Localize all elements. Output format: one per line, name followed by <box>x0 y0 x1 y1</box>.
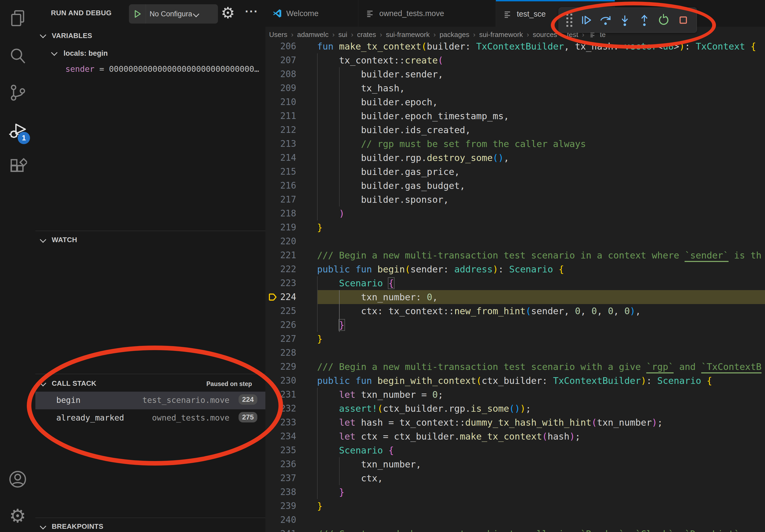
line-number-219[interactable]: 219 <box>265 220 296 234</box>
activity-item-settings[interactable]: ⚙ <box>0 501 35 531</box>
variables-chevron-icon[interactable] <box>41 33 45 38</box>
watch-chevron-icon[interactable] <box>41 237 45 243</box>
activity-item-explorer[interactable] <box>0 4 35 33</box>
code-line-223[interactable]: Scenario { <box>295 276 394 290</box>
launch-configuration-dropdown[interactable]: No Configura <box>129 4 218 24</box>
code-line-227[interactable]: } <box>295 332 323 346</box>
code-line-224[interactable]: txn_number: 0, <box>295 290 438 304</box>
code-line-236[interactable]: txn_number, <box>295 457 421 471</box>
line-number-237[interactable]: 237 <box>265 471 296 485</box>
line-number-234[interactable]: 234 <box>265 429 296 443</box>
code-line-234[interactable]: let ctx = ctx_builder.make_tx_context(ha… <box>295 429 581 443</box>
breakpoints-header[interactable]: BREAKPOINTS <box>52 522 104 531</box>
code-line-211[interactable]: builder.epoch_timestamp_ms, <box>295 109 509 123</box>
code-line-210[interactable]: builder.epoch, <box>295 95 438 109</box>
line-number-230[interactable]: 230 <box>265 374 296 388</box>
breadcrumb-item[interactable]: sui-framework <box>386 31 430 39</box>
line-number-218[interactable]: 218 <box>265 206 296 220</box>
line-number-235[interactable]: 235 <box>265 443 296 457</box>
call-stack-chevron-icon[interactable] <box>41 381 45 387</box>
call-stack-frame-begin[interactable]: begintest_scenario.move224 <box>35 392 265 409</box>
code-line-222[interactable]: public fun begin(sender: address): Scena… <box>295 262 564 276</box>
line-number-228[interactable]: 228 <box>265 346 296 360</box>
watch-header[interactable]: WATCH <box>52 236 77 244</box>
code-line-214[interactable]: builder.rgp.destroy_some(), <box>295 151 509 165</box>
line-number-238[interactable]: 238 <box>265 485 296 499</box>
variables-header[interactable]: VARIABLES <box>52 32 92 40</box>
code-line-241[interactable]: /// Creates and shares system objects, a… <box>295 527 740 532</box>
code-line-218[interactable]: ) <box>295 206 345 220</box>
call-stack-header[interactable]: CALL STACK <box>52 379 97 388</box>
line-number-215[interactable]: 215 <box>265 165 296 179</box>
line-number-226[interactable]: 226 <box>265 318 296 332</box>
line-number-239[interactable]: 239 <box>265 499 296 513</box>
line-number-220[interactable]: 220 <box>265 234 296 248</box>
variables-scope[interactable]: locals: begin <box>64 49 108 58</box>
more-actions-icon[interactable]: ··· <box>245 5 259 18</box>
code-line-207[interactable]: tx_context::create( <box>295 53 443 67</box>
code-line-212[interactable]: builder.ids_created, <box>295 123 471 137</box>
code-line-229[interactable]: /// Begin a new multi-transaction test s… <box>295 360 762 374</box>
code-line-219[interactable]: } <box>295 220 323 234</box>
line-number-213[interactable]: 213 <box>265 137 296 151</box>
code-line-235[interactable]: Scenario { <box>295 443 394 457</box>
activity-item-search[interactable] <box>0 41 35 71</box>
code-line-213[interactable]: // rgp must be set from the caller alway… <box>295 137 586 151</box>
line-number-229[interactable]: 229 <box>265 360 296 374</box>
line-number-233[interactable]: 233 <box>265 415 296 429</box>
line-number-209[interactable]: 209 <box>265 81 296 95</box>
line-number-221[interactable]: 221 <box>265 248 296 262</box>
breadcrumb-item[interactable]: Users <box>269 31 287 39</box>
line-number-212[interactable]: 212 <box>265 123 296 137</box>
activity-item-account[interactable] <box>0 464 35 494</box>
locals-chevron-icon[interactable] <box>52 50 57 56</box>
code-line-230[interactable]: public fun begin_with_context(ctx_builde… <box>295 374 712 388</box>
line-number-207[interactable]: 207 <box>265 53 296 67</box>
code-line-237[interactable]: ctx, <box>295 471 383 485</box>
activity-item-run-and-debug[interactable] <box>0 116 35 145</box>
code-line-233[interactable]: let hash = tx_context::dummy_tx_hash_wit… <box>295 415 663 429</box>
breadcrumb-item[interactable]: sui <box>338 31 347 39</box>
call-stack-frame-already_marked[interactable]: already_markedowned_tests.move275 <box>35 409 265 427</box>
line-number-223[interactable]: 223 <box>265 276 296 290</box>
code-line-216[interactable]: builder.gas_budget, <box>295 179 465 193</box>
code-line-226[interactable]: } <box>295 318 345 332</box>
line-number-240[interactable]: 240 <box>265 513 296 527</box>
code-line-221[interactable]: /// Begin a new multi-transaction test s… <box>295 248 762 262</box>
line-number-210[interactable]: 210 <box>265 95 296 109</box>
start-debug-button[interactable] <box>129 4 146 24</box>
stop-button[interactable] <box>676 12 691 29</box>
restart-button[interactable] <box>656 12 671 29</box>
line-number-232[interactable]: 232 <box>265 401 296 415</box>
line-number-241[interactable]: 241 <box>265 527 296 532</box>
activity-item-source-control[interactable] <box>0 78 35 108</box>
breadcrumb-item[interactable]: adamwelc <box>297 31 329 39</box>
code-line-239[interactable]: } <box>295 499 323 513</box>
breadcrumb-item[interactable]: sui-framework <box>479 31 523 39</box>
code-line-208[interactable]: builder.sender, <box>295 67 443 81</box>
code-line-217[interactable]: builder.sponsor, <box>295 193 449 206</box>
step-into-button[interactable] <box>617 12 632 29</box>
line-number-217[interactable]: 217 <box>265 193 296 206</box>
code-line-225[interactable]: ctx: tx_context::new_from_hint(sender, 0… <box>295 304 641 318</box>
breadcrumb-item[interactable]: sources <box>533 31 557 39</box>
line-number-236[interactable]: 236 <box>265 457 296 471</box>
line-number-208[interactable]: 208 <box>265 67 296 81</box>
breadcrumb-item[interactable]: crates <box>357 31 376 39</box>
code-line-232[interactable]: assert!(ctx_builder.rgp.is_some()); <box>295 401 531 415</box>
step-over-button[interactable] <box>598 12 613 29</box>
breakpoints-chevron-icon[interactable] <box>41 524 45 530</box>
code-line-238[interactable]: } <box>295 485 345 499</box>
line-number-222[interactable]: 222 <box>265 262 296 276</box>
debug-settings-gear-icon[interactable]: ⚙ <box>221 4 235 22</box>
continue-button[interactable] <box>578 12 593 29</box>
line-number-225[interactable]: 225 <box>265 304 296 318</box>
code-line-209[interactable]: tx_hash, <box>295 81 405 95</box>
code-line-215[interactable]: builder.gas_price, <box>295 165 460 179</box>
toolbar-drag-handle[interactable] <box>565 12 574 29</box>
line-number-216[interactable]: 216 <box>265 179 296 193</box>
tab-owned-tests-move[interactable]: owned_tests.move <box>359 0 496 27</box>
variable-row[interactable]: sender = 000000000000000000000000000000… <box>65 64 259 74</box>
code-line-231[interactable]: let txn_number = 0; <box>295 388 443 401</box>
line-number-227[interactable]: 227 <box>265 332 296 346</box>
